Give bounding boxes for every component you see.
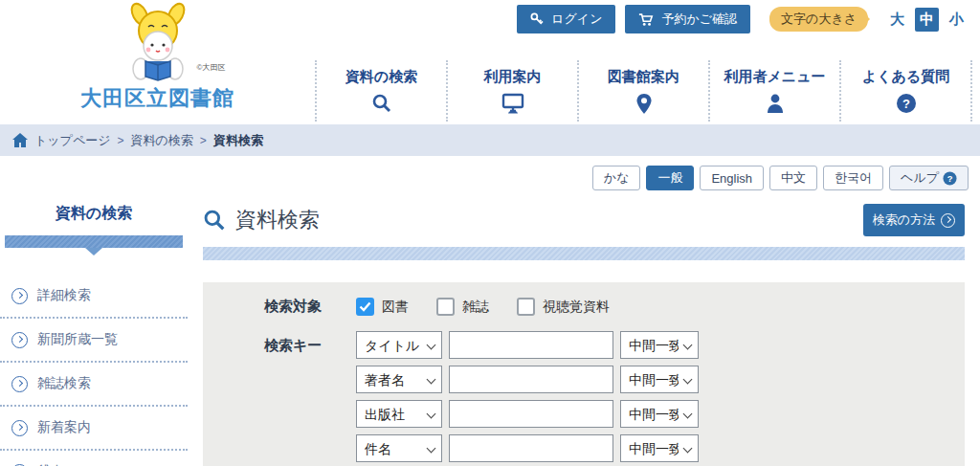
sidebar-list: 詳細検索 新聞所蔵一覧 雑誌検索 新着案内 貸出ベスト (0, 275, 188, 466)
search-target-label: 検索対象 (264, 298, 356, 316)
site-header: ©大田区 大田区立図書館 ログイン 予約かご確認 文字の大きさ 大 中 小 (0, 0, 980, 124)
main-nav: 資料の検索 利用案内 図書館案内 利用者メニュー よくある質問 (315, 60, 972, 122)
sidebar-item-magazine-search[interactable]: 雑誌検索 (0, 363, 188, 407)
search-method-button[interactable]: 検索の方法 (863, 204, 965, 236)
mascot-icon (119, 2, 197, 82)
search-target-row: 検索対象 図書 雑誌 視聴覚資料 (264, 298, 965, 316)
mascot-image: ©大田区 (119, 2, 197, 86)
font-size-buttons: 大 中 小 (885, 8, 969, 32)
search-input-title[interactable] (449, 331, 613, 359)
breadcrumb-current: 資料検索 (213, 132, 263, 149)
content: 資料の検索 詳細検索 新聞所蔵一覧 雑誌検索 新着案内 貸出ベスト (0, 194, 980, 466)
person-icon (710, 93, 839, 116)
login-label: ログイン (551, 11, 602, 28)
field-select-publisher[interactable]: 出版社 (356, 400, 442, 428)
page-title-row: 資料検索 検索の方法 (203, 204, 965, 236)
search-icon (203, 209, 226, 232)
field-select-subject[interactable]: 件名 (356, 434, 442, 462)
key-icon (530, 12, 544, 26)
match-select-author[interactable]: 中間一致 (620, 366, 699, 393)
nav-label: 利用案内 (448, 68, 577, 86)
nav-item-user-menu[interactable]: 利用者メニュー (708, 60, 839, 122)
svg-text:?: ? (947, 174, 953, 184)
field-select-title[interactable]: タイトル (356, 331, 442, 359)
lang-button-general[interactable]: 一般 (646, 166, 694, 190)
search-target-checkboxes: 図書 雑誌 視聴覚資料 (356, 298, 610, 316)
sidebar-item-detailed-search[interactable]: 詳細検索 (0, 275, 188, 319)
checkbox-magazines[interactable]: 雑誌 (436, 298, 489, 316)
help-question-icon: ? (943, 171, 957, 186)
home-icon[interactable] (12, 133, 28, 147)
lang-button-chinese[interactable]: 中文 (769, 166, 817, 190)
search-row-2: 著者名 中間一致 (356, 366, 699, 393)
nav-label: 利用者メニュー (710, 68, 839, 86)
nav-item-faq[interactable]: よくある質問 ? (839, 60, 970, 122)
sidebar-item-label: 新聞所蔵一覧 (37, 331, 118, 348)
checkbox-books[interactable]: 図書 (356, 298, 409, 316)
breadcrumb-separator: > (200, 134, 207, 147)
cart-icon (638, 12, 654, 27)
reservation-cart-button[interactable]: 予約かご確認 (625, 5, 750, 33)
breadcrumb: トップページ > 資料の検索 > 資料検索 (0, 124, 980, 156)
breadcrumb-material-search[interactable]: 資料の検索 (131, 132, 193, 149)
help-label: ヘルプ (901, 169, 939, 187)
nav-item-usage-guide[interactable]: 利用案内 (446, 60, 577, 122)
page-title: 資料検索 (235, 206, 320, 234)
reservation-cart-label: 予約かご確認 (661, 11, 737, 28)
chevron-circle-icon (11, 420, 28, 436)
match-select-subject[interactable]: 中間一致 (620, 434, 699, 462)
lang-button-kana[interactable]: かな (592, 166, 641, 190)
lang-button-english[interactable]: English (700, 166, 764, 190)
sidebar-item-label: 雑誌検索 (37, 375, 91, 392)
checkbox-audiovisual[interactable]: 視聴覚資料 (517, 298, 610, 316)
search-input-subject[interactable] (449, 434, 613, 462)
search-row-1: タイトル 中間一致 (356, 331, 699, 359)
checkbox-checked-icon[interactable] (356, 298, 374, 316)
search-key-section: 検索キー タイトル 中間一致 著者名 中間一致 出版社 (264, 331, 965, 466)
search-row-4: 件名 中間一致 (356, 434, 699, 462)
match-select-publisher[interactable]: 中間一致 (620, 400, 699, 428)
sidebar-item-lending-best[interactable]: 貸出ベスト (0, 451, 188, 466)
nav-item-material-search[interactable]: 資料の検索 (315, 60, 446, 122)
sidebar-item-newspaper-holdings[interactable]: 新聞所蔵一覧 (0, 319, 188, 363)
checkbox-label: 視聴覚資料 (543, 299, 610, 316)
title-stripe-bar (203, 247, 965, 260)
sidebar: 資料の検索 詳細検索 新聞所蔵一覧 雑誌検索 新着案内 貸出ベスト (0, 194, 188, 466)
arrow-circle-icon (941, 213, 955, 228)
breadcrumb-top-page[interactable]: トップページ (34, 132, 111, 149)
field-select-author[interactable]: 著者名 (356, 366, 442, 393)
search-input-publisher[interactable] (449, 400, 613, 428)
main-area: 資料検索 検索の方法 検索対象 図書 (188, 194, 980, 466)
sidebar-stripe-bar (5, 235, 183, 248)
nav-label: よくある質問 (841, 68, 970, 86)
sidebar-item-label: 新着案内 (37, 419, 91, 436)
nav-label: 図書館案内 (579, 68, 708, 86)
font-size-large-button[interactable]: 大 (885, 8, 909, 32)
font-size-badge: 文字の大きさ (769, 7, 868, 32)
nav-item-library-guide[interactable]: 図書館案内 (577, 60, 708, 122)
site-title[interactable]: 大田区立図書館 (59, 84, 256, 113)
font-size-small-button[interactable]: 小 (945, 8, 969, 32)
site-logo[interactable]: ©大田区 大田区立図書館 (59, 2, 256, 113)
search-row-3: 出版社 中間一致 (356, 400, 699, 428)
search-key-rows: タイトル 中間一致 著者名 中間一致 出版社 中間一致 (356, 331, 699, 466)
sidebar-item-new-arrivals[interactable]: 新着案内 (0, 407, 188, 451)
search-input-author[interactable] (449, 366, 613, 393)
login-button[interactable]: ログイン (517, 5, 615, 33)
svg-text:?: ? (902, 97, 910, 111)
chevron-circle-icon (11, 376, 28, 392)
lang-button-korean[interactable]: 한국어 (823, 166, 883, 190)
sidebar-item-label: 詳細検索 (37, 287, 91, 304)
search-key-label: 検索キー (264, 331, 356, 466)
sidebar-title: 資料の検索 (0, 204, 188, 224)
help-button[interactable]: ヘルプ ? (889, 166, 969, 190)
breadcrumb-separator: > (118, 134, 124, 147)
checkbox-unchecked-icon[interactable] (517, 298, 535, 316)
copyright-text: ©大田区 (197, 62, 226, 73)
chevron-circle-icon (11, 332, 28, 348)
checkbox-unchecked-icon[interactable] (436, 298, 455, 316)
font-size-medium-button[interactable]: 中 (915, 8, 939, 32)
match-select-title[interactable]: 中間一致 (620, 331, 699, 359)
question-icon: ? (841, 93, 970, 116)
search-method-label: 検索の方法 (873, 211, 935, 229)
